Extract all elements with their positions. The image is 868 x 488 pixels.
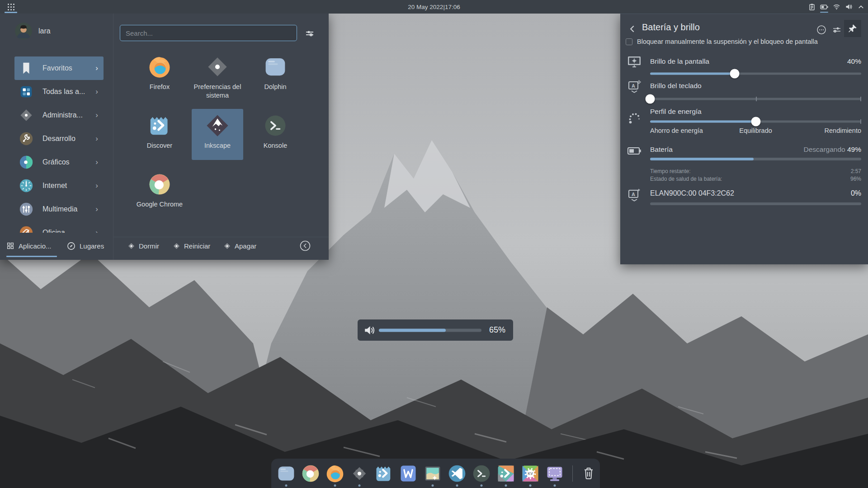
app-google-chrome[interactable]: Google Chrome [134,168,185,219]
tab-lugares[interactable]: Lugares [67,235,104,257]
chevron-right-icon: › [95,158,98,167]
slider-handle[interactable] [751,117,760,127]
app-dolphin[interactable]: Dolphin [250,50,301,101]
dock-item-kvantum[interactable]: KV [518,459,542,488]
app-konsole[interactable]: Konsole [250,109,301,160]
collapse-chevron-icon[interactable] [299,240,311,252]
app-preferencias-del-sistema[interactable]: Preferencias del sistema [192,50,243,101]
battery-icon[interactable] [820,0,829,14]
category-oficina[interactable]: Oficina › [14,221,104,233]
volume-osd-value: 65% [489,325,505,335]
power-profile-label: Perfil de energía [650,108,702,116]
ellipsis-circle-icon[interactable] [816,24,827,35]
option-rendimiento[interactable]: Rendimiento [825,127,861,134]
running-indicator [481,484,483,487]
dock-item-discover[interactable] [372,459,396,488]
search-input[interactable] [120,25,297,41]
desktop: 20 May 2022|17:06 la [0,0,868,488]
dock-item-spectacle[interactable] [542,459,567,488]
wifi-icon[interactable] [832,0,841,14]
chrome-icon [147,172,172,197]
running-indicator [432,484,434,487]
digital-clock[interactable]: 20 May 2022|17:06 [0,0,868,14]
sleep-icon [127,242,135,250]
dock-item-trash[interactable] [577,459,600,488]
vscode-icon [447,464,467,483]
dock-item-image-viewer[interactable] [420,459,445,488]
sleep-button[interactable]: Dormir [127,235,159,257]
bookmark-icon [19,61,34,76]
all-apps-icon [19,84,34,99]
running-indicator [505,484,507,487]
category-desarrollo[interactable]: Desarrollo › [14,127,104,150]
dock-item-dolphin[interactable] [274,459,298,488]
app-inkscape[interactable]: Inkscape [192,109,243,160]
svg-text:A: A [632,83,635,89]
category-todas-las-aplicaciones[interactable]: Todas las a... › [14,80,104,103]
dock-item-chrome[interactable] [298,459,323,488]
dock-item-okular[interactable] [494,459,518,488]
screen-brightness-label: Brillo de la pantalla [650,57,709,66]
applications-grid-icon [6,242,14,250]
chevron-right-icon: › [95,64,98,73]
category-multimedia[interactable]: Multimedia › [14,197,104,221]
category-favoritos[interactable]: Favoritos › [14,56,104,80]
chevron-right-icon: › [95,134,98,143]
slider-handle[interactable] [646,94,655,104]
clipboard-icon[interactable] [807,0,816,14]
volume-osd: 65% [358,319,513,341]
internet-icon [19,178,34,193]
running-indicator [529,484,532,487]
battery-health-row: Estado de salud de la batería: 96% [650,176,861,182]
dock-item-system-settings[interactable] [347,459,372,488]
dock-item-vscode[interactable] [445,459,469,488]
screen-brightness-slider[interactable] [650,69,861,79]
user-row[interactable]: lara [15,23,51,40]
category-graficos[interactable]: Gráficos › [14,150,104,174]
category-internet[interactable]: Internet › [14,174,104,197]
running-indicator [359,484,361,487]
back-chevron-icon[interactable] [627,23,638,35]
app-firefox[interactable]: Firefox [134,50,185,101]
svg-text:KV: KV [528,472,533,476]
dock: KV [271,459,600,488]
tab-aplicaciones[interactable]: Aplicacio... [6,235,52,257]
running-indicator [285,484,288,487]
power-profile-slider[interactable] [650,117,861,127]
dolphin-icon [263,55,288,79]
category-administracion[interactable]: Administra... › [14,103,104,127]
system-tray [807,0,865,14]
app-discover[interactable]: Discover [134,109,185,160]
dolphin-icon [276,464,296,483]
system-settings-icon [349,464,369,483]
dock-item-firefox[interactable] [323,459,347,488]
power-profile-icon [627,110,642,125]
keyboard-brightness-slider[interactable] [650,94,861,104]
launcher-divider [113,14,113,260]
suspend-lock-label: Bloquear manualmente la suspensión y el … [637,38,818,45]
shutdown-button[interactable]: Apagar [223,235,256,257]
office-icon [19,225,34,233]
dock-item-writer[interactable] [396,459,420,488]
pin-icon [848,23,858,33]
suspend-lock-checkbox[interactable] [626,38,632,45]
option-ahorro[interactable]: Ahorro de energía [650,127,703,134]
restart-button[interactable]: Reiniciar [173,235,210,257]
dock-separator [572,465,573,482]
volume-icon[interactable] [844,0,853,14]
chevron-up-icon[interactable] [856,0,865,14]
volume-osd-bar [379,328,481,332]
dock-item-konsole[interactable] [469,459,494,488]
spectacle-icon [545,464,565,483]
search-configure-icon[interactable] [304,28,316,39]
running-indicator [554,484,556,487]
option-equilibrado[interactable]: Equilibrado [739,127,772,134]
pin-button[interactable] [844,20,861,37]
battery-time-row: Tiempo restante: 2:57 [650,168,861,174]
configure-icon[interactable] [831,24,842,35]
slider-handle[interactable] [730,69,739,79]
battery-label: Batería [650,145,673,154]
places-compass-icon [67,242,75,250]
battery-status: Descargando 49% [803,145,861,154]
monitor-brightness-icon [627,54,642,69]
